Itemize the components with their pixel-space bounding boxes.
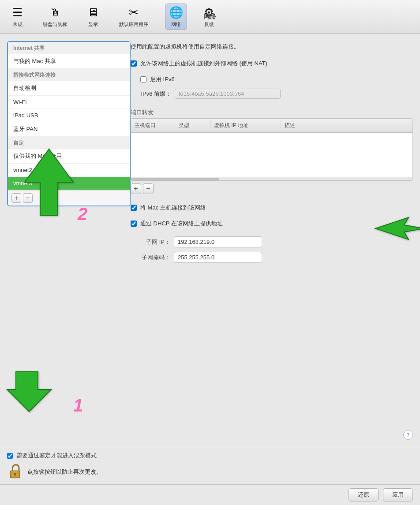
subnet-mask-input[interactable]	[174, 252, 262, 263]
sidebar-item-wifi[interactable]: Wi-Fi	[8, 96, 130, 109]
table-scrollbar[interactable]	[131, 177, 412, 180]
scrollbar-thumb[interactable]	[131, 178, 219, 180]
subnet-ip-input[interactable]	[174, 236, 262, 247]
ipv6-prefix-row: IPv6 前缀：	[140, 89, 413, 99]
nat-checkbox-label: 允许该网络上的虚拟机连接到外部网络 (使用 NAT)	[140, 60, 267, 67]
toolbar-item-network[interactable]: 🌐 网络	[165, 4, 187, 30]
svg-marker-3	[375, 217, 420, 239]
general-icon: ☰	[12, 6, 22, 19]
dhcp-row-container: 通过 DHCP 在该网络上提供地址 3	[131, 220, 413, 228]
ipv6-prefix-input	[175, 89, 281, 99]
description-text: 使用此配置的虚拟机将使用自定网络连接。	[131, 41, 413, 52]
toolbar-item-display[interactable]: 🖥 显示	[84, 4, 102, 30]
connect-mac-row: 将 Mac 主机连接到该网络	[131, 204, 413, 212]
nat-checkbox[interactable]	[131, 60, 137, 67]
help-area: ?	[131, 423, 413, 440]
dhcp-checkbox-row: 通过 DHCP 在该网络上提供地址	[131, 220, 223, 228]
dhcp-checkbox-label: 通过 DHCP 在该网络上提供地址	[140, 220, 223, 228]
subnet-section: 子网 IP： 子网掩码：	[131, 236, 413, 263]
arrow-2-svg	[20, 147, 78, 217]
arrow-1-svg	[3, 370, 56, 414]
toolbar-label-network: 网络	[171, 21, 181, 28]
arrow-2-container	[20, 147, 78, 219]
table-col-type: 类型	[175, 120, 210, 131]
nat-checkbox-row: 允许该网络上的虚拟机连接到外部网络 (使用 NAT)	[131, 60, 413, 67]
subnet-ip-row: 子网 IP：	[131, 236, 413, 247]
arrow-1-container	[3, 370, 56, 415]
toolbar-label-default-apps: 默认应用程序	[119, 21, 148, 28]
subnet-mask-label: 子网掩码：	[131, 254, 170, 262]
subnet-ip-label: 子网 IP：	[131, 238, 170, 246]
table-body	[131, 133, 412, 177]
revert-button[interactable]: 还原	[349, 488, 379, 501]
lock-svg	[8, 464, 22, 480]
ipv6-checkbox-row: 启用 IPv6	[140, 75, 413, 83]
apply-button[interactable]: 应用	[383, 488, 413, 501]
port-forwarding-section: 端口转发 主机端口 类型 虚拟机 IP 地址 描述 + −	[131, 108, 413, 194]
sidebar-item-ipad-usb[interactable]: iPad USB	[8, 109, 130, 122]
ipv6-checkbox[interactable]	[140, 76, 146, 82]
toolbar-label-display: 显示	[88, 21, 98, 28]
connect-mac-label: 将 Mac 主机连接到该网络	[140, 204, 206, 212]
default-apps-icon: ✂	[129, 6, 139, 19]
port-forwarding-label: 端口转发	[131, 108, 413, 116]
sidebar-header-bridge: 桥接模式网络连接	[8, 69, 130, 81]
svg-rect-6	[15, 474, 16, 476]
annotation-1: 1	[73, 396, 83, 415]
keyboard-icon: 🖱	[49, 6, 61, 19]
port-forwarding-table: 主机端口 类型 虚拟机 IP 地址 描述	[131, 118, 413, 181]
table-add-button[interactable]: +	[131, 183, 141, 194]
toolbar-label-general: 常规	[13, 21, 22, 28]
connect-mac-checkbox[interactable]	[131, 205, 137, 211]
promiscuous-label: 需要通过鉴定才能进入混杂模式	[16, 452, 97, 460]
annotation-2: 2	[78, 204, 87, 224]
lock-icon[interactable]	[7, 464, 23, 480]
lock-text: 点按锁按钮以防止再次更改。	[27, 468, 102, 476]
toolbar-item-general[interactable]: ☰ 常规	[9, 4, 26, 30]
promiscuous-checkbox[interactable]	[7, 453, 13, 459]
right-panel: 使用此配置的虚拟机将使用自定网络连接。 允许该网络上的虚拟机连接到外部网络 (使…	[131, 41, 413, 440]
toolbar: 网络 ☰ 常规 🖱 键盘与鼠标 🖥 显示 ✂ 默认应用程序 🌐 网络 ⚙ 反馈	[0, 0, 420, 34]
bottom-bar: 需要通过鉴定才能进入混杂模式 点按锁按钮以防止再次更改。	[0, 447, 420, 484]
ipv6-checkbox-label: 启用 IPv6	[150, 75, 175, 83]
table-col-vm-ip: 虚拟机 IP 地址	[210, 120, 281, 131]
svg-marker-1	[7, 372, 51, 411]
main-content: Internet 共享 与我的 Mac 共享 桥接模式网络连接 自动检测 Wi-…	[0, 34, 420, 447]
network-icon: 🌐	[169, 6, 183, 19]
toolbar-item-keyboard[interactable]: 🖱 键盘与鼠标	[39, 4, 71, 30]
sidebar-item-auto[interactable]: 自动检测	[8, 81, 130, 96]
sidebar-header-internet: Internet 共享	[8, 42, 130, 54]
dhcp-checkbox[interactable]	[131, 221, 137, 227]
table-header: 主机端口 类型 虚拟机 IP 地址 描述	[131, 119, 412, 133]
toolbar-title: 网络	[204, 13, 216, 21]
ipv6-prefix-label: IPv6 前缀：	[140, 90, 171, 98]
subnet-mask-row: 子网掩码：	[131, 252, 413, 263]
toolbar-label-feedback: 反馈	[204, 21, 214, 28]
table-remove-button[interactable]: −	[143, 183, 154, 194]
sidebar-wrapper: Internet 共享 与我的 Mac 共享 桥接模式网络连接 自动检测 Wi-…	[7, 41, 131, 440]
bottom-buttons: 还原 应用	[0, 484, 420, 505]
ipv6-section: 启用 IPv6 IPv6 前缀：	[140, 75, 413, 99]
lock-row: 点按锁按钮以防止再次更改。	[7, 464, 413, 480]
toolbar-label-keyboard: 键盘与鼠标	[43, 21, 67, 28]
table-col-desc: 描述	[281, 120, 325, 131]
arrow-3-container	[373, 215, 420, 248]
sidebar-item-share-mac[interactable]: 与我的 Mac 共享	[8, 54, 130, 69]
toolbar-item-default-apps[interactable]: ✂ 默认应用程序	[116, 4, 152, 30]
arrow-3-svg	[373, 215, 420, 246]
sidebar-add-button[interactable]: +	[11, 193, 21, 203]
svg-marker-2	[25, 149, 73, 215]
promiscuous-row: 需要通过鉴定才能进入混杂模式	[7, 452, 413, 460]
table-buttons: + −	[131, 183, 413, 194]
table-col-host-port: 主机端口	[131, 120, 175, 131]
help-button[interactable]: ?	[403, 430, 413, 440]
display-icon: 🖥	[87, 6, 99, 19]
sidebar-item-bluetooth[interactable]: 蓝牙 PAN	[8, 122, 130, 137]
